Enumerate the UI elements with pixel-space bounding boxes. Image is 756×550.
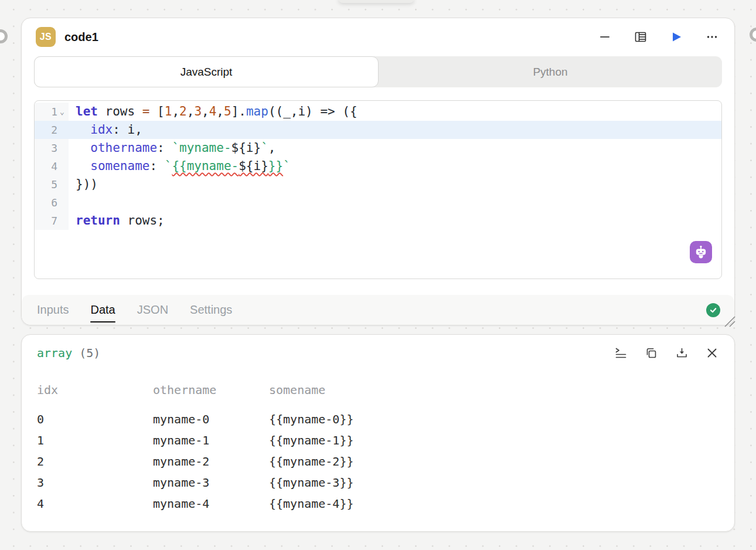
panel-tab-inputs[interactable]: Inputs (37, 303, 69, 317)
line-number: 6⌄ (35, 193, 69, 212)
node-title: code1 (64, 30, 98, 44)
table-cell: {{myname-4}} (269, 497, 719, 511)
line-number: 7⌄ (35, 212, 69, 230)
table-cell: 3 (37, 476, 153, 490)
code-line-2[interactable]: 2⌄ idx: i, (35, 121, 721, 139)
panel-tab-settings[interactable]: Settings (190, 303, 232, 317)
result-type-label: array (37, 346, 72, 360)
code-line-3[interactable]: 3⌄ othername: `myname-${i}`, (35, 139, 721, 157)
column-header: idx (37, 383, 153, 397)
panel-layout-button[interactable] (634, 30, 648, 44)
table-row[interactable]: 4myname-4{{myname-4}} (37, 493, 719, 514)
download-button[interactable] (675, 346, 689, 360)
table-cell: {{myname-1}} (269, 433, 719, 447)
line-number: 3⌄ (35, 139, 69, 157)
code-text: })) (69, 175, 98, 193)
fold-chevron-icon[interactable]: ⌄ (57, 103, 67, 121)
flow-connector-left[interactable] (0, 29, 8, 43)
column-header: somename (269, 383, 719, 397)
code-text (69, 193, 76, 212)
result-count-label: (5) (79, 346, 100, 360)
line-number: 5⌄ (35, 175, 69, 193)
flow-connector-right[interactable] (750, 28, 756, 42)
table-cell: myname-2 (153, 454, 269, 468)
table-cell: myname-3 (153, 476, 269, 490)
table-cell: {{myname-0}} (269, 412, 719, 426)
copy-button[interactable] (644, 346, 658, 360)
table-cell: 4 (37, 497, 153, 511)
table-cell: 0 (37, 412, 153, 426)
result-panel-card: array (5) (21, 334, 735, 532)
close-button[interactable] (705, 346, 719, 360)
code-line-6[interactable]: 6⌄ (35, 193, 721, 212)
table-cell: {{myname-3}} (269, 476, 719, 490)
result-actions (614, 346, 719, 360)
more-options-button[interactable] (705, 30, 719, 44)
resize-handle[interactable] (721, 313, 736, 328)
table-row[interactable]: 0myname-0{{myname-0}} (37, 409, 719, 430)
minimize-button[interactable] (598, 30, 612, 44)
line-number: 4⌄ (35, 157, 69, 175)
lang-tab-python[interactable]: Python (379, 56, 722, 87)
lang-tab-javascript[interactable]: JavaScript (34, 56, 379, 87)
language-tab-bar: JavaScriptPython (34, 56, 722, 87)
close-icon (706, 347, 718, 359)
table-row[interactable]: 1myname-1{{myname-1}} (37, 430, 719, 451)
table-header-row: idxothernamesomename (37, 381, 719, 399)
line-number: 1⌄ (35, 103, 69, 121)
line-number: 2⌄ (35, 121, 69, 139)
code-text: idx: i, (69, 121, 142, 139)
code-editor[interactable]: 1⌄let rows = [1,2,3,4,5].map((_,i) => ({… (34, 100, 722, 279)
node-header-actions (598, 30, 719, 44)
minimize-icon (599, 31, 611, 43)
ai-assistant-button[interactable] (690, 241, 712, 263)
code-node-card: JS code1 (21, 18, 735, 325)
success-status-badge (706, 303, 720, 317)
code-line-4[interactable]: 4⌄ somename: `{{myname-${i}}}` (35, 157, 721, 175)
table-cell: myname-1 (153, 433, 269, 447)
table-row[interactable]: 2myname-2{{myname-2}} (37, 451, 719, 472)
code-text: somename: `{{myname-${i}}}` (69, 157, 291, 175)
panel-layout-icon (634, 30, 647, 43)
copy-icon (645, 347, 658, 359)
table-cell: {{myname-2}} (269, 454, 719, 468)
offscreen-node-edge (338, 0, 414, 3)
run-button[interactable] (669, 30, 683, 44)
code-line-1[interactable]: 1⌄let rows = [1,2,3,4,5].map((_,i) => ({ (35, 103, 721, 121)
code-line-5[interactable]: 5⌄})) (35, 175, 721, 193)
result-header: array (5) (22, 335, 734, 360)
code-text: let rows = [1,2,3,4,5].map((_,i) => ({ (69, 103, 357, 121)
more-icon (706, 30, 718, 43)
table-cell: 1 (37, 433, 153, 447)
run-icon (670, 30, 683, 43)
column-header: othername (153, 383, 269, 397)
code-text: return rows; (69, 212, 165, 230)
panel-tab-data[interactable]: Data (90, 303, 115, 317)
expand-list-button[interactable] (614, 346, 628, 360)
table-row[interactable]: 3myname-3{{myname-3}} (37, 472, 719, 493)
table-cell: myname-4 (153, 497, 269, 511)
table-cell: myname-0 (153, 412, 269, 426)
node-panel-tabs: InputsDataJSONSettings (22, 295, 734, 325)
check-icon (709, 306, 717, 314)
table-cell: 2 (37, 454, 153, 468)
code-text: othername: `myname-${i}`, (69, 139, 275, 157)
panel-tab-json[interactable]: JSON (137, 303, 168, 317)
code-line-7[interactable]: 7⌄return rows; (35, 212, 721, 230)
javascript-badge: JS (36, 27, 56, 47)
result-table: idxothernamesomename0myname-0{{myname-0}… (22, 381, 734, 514)
robot-icon (693, 245, 709, 260)
expand-list-icon (615, 347, 627, 359)
node-header: JS code1 (22, 18, 734, 51)
download-icon (676, 347, 688, 359)
